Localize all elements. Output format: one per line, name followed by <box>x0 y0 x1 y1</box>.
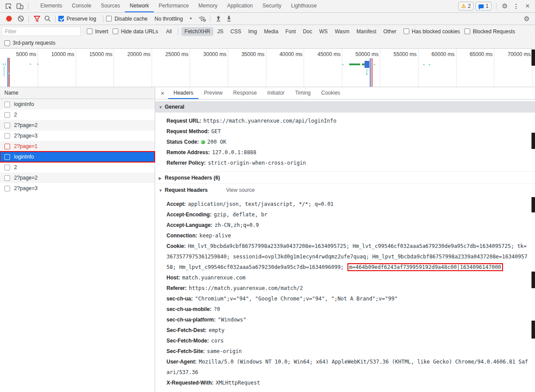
scrollbar-mark[interactable] <box>531 133 535 149</box>
request-bar-green[interactable] <box>349 64 360 65</box>
type-chip-fetch-xhr[interactable]: Fetch/XHR <box>181 27 213 36</box>
record-button[interactable] <box>6 16 12 21</box>
export-har-icon[interactable] <box>223 14 234 24</box>
blocked-requests-checkbox[interactable] <box>464 28 470 34</box>
hide-data-urls-checkbox[interactable] <box>113 28 118 34</box>
header-line: sec-ch-ua-platform:"Windows" <box>167 314 530 325</box>
tab-security[interactable]: Security <box>258 0 286 12</box>
request-checkbox[interactable] <box>4 112 10 118</box>
invert-checkbox[interactable] <box>87 28 92 34</box>
search-icon[interactable] <box>42 14 53 24</box>
general-section-header[interactable]: ▼General <box>155 101 535 113</box>
filter-funnel-icon[interactable] <box>32 14 42 24</box>
divider <box>103 15 103 22</box>
network-conditions-icon[interactable] <box>197 14 207 24</box>
tab-performance[interactable]: Performance <box>154 0 194 12</box>
throttling-select[interactable]: No throttling <box>155 16 183 22</box>
type-chip-css[interactable]: CSS <box>227 27 244 36</box>
type-chip-wasm[interactable]: Wasm <box>332 27 353 36</box>
header-key: Cookie: <box>167 243 186 249</box>
device-toolbar-icon[interactable] <box>14 0 25 12</box>
type-chip-js[interactable]: JS <box>214 27 227 36</box>
request-checkbox[interactable] <box>4 186 10 191</box>
scrollbar-mark[interactable] <box>531 321 535 339</box>
filter-input[interactable] <box>2 27 81 36</box>
request-headers-section-header[interactable]: ▼Request HeadersView source <box>155 184 535 196</box>
selected-request-block[interactable] <box>365 61 369 68</box>
tab-application[interactable]: Application <box>222 0 258 12</box>
message-count: 1 <box>485 3 489 9</box>
scrollbar-mark[interactable] <box>531 197 535 212</box>
type-chip-doc[interactable]: Doc <box>300 27 315 36</box>
type-chip-other[interactable]: Other <box>380 27 400 36</box>
network-settings-gear-icon[interactable]: ⚙ <box>521 13 532 25</box>
tab-network[interactable]: Network <box>125 0 154 12</box>
tab-elements[interactable]: Elements <box>35 0 67 12</box>
general-items: Request URL:https://match.yuanrenxue.com… <box>155 113 535 171</box>
close-details-icon[interactable]: × <box>157 89 168 97</box>
domcontent-event-line <box>372 58 372 87</box>
type-chip-manifest[interactable]: Manifest <box>353 27 379 36</box>
tab-lighthouse[interactable]: Lighthouse <box>286 0 322 12</box>
import-har-icon[interactable] <box>213 14 223 24</box>
response-headers-section-header[interactable]: ▶Response Headers (6) <box>155 171 535 184</box>
request-row[interactable]: 2 <box>0 109 155 120</box>
request-checkbox[interactable] <box>4 144 10 149</box>
request-checkbox[interactable] <box>4 154 10 160</box>
request-row[interactable]: 2?page=3 <box>0 131 155 141</box>
close-devtools-icon[interactable]: × <box>522 0 533 12</box>
type-chip-media[interactable]: Media <box>261 27 281 36</box>
network-filter-bar: Invert Hide data URLs All Fetch/XHR JS C… <box>0 25 535 38</box>
headers-content: ▼General Request URL:https://match.yuanr… <box>155 99 535 391</box>
details-tab-timing[interactable]: Timing <box>290 87 316 99</box>
scrollbar-mark[interactable] <box>531 272 535 288</box>
details-tab-headers[interactable]: Headers <box>168 87 198 99</box>
header-key: Request URL: <box>167 118 201 124</box>
request-row[interactable]: loginInfo <box>0 99 155 109</box>
request-row[interactable]: 2?page=3 <box>0 183 155 194</box>
header-key: Connection: <box>167 233 197 239</box>
header-line: sec-ch-ua-mobile:?0 <box>167 304 530 314</box>
request-checkbox[interactable] <box>4 165 10 170</box>
request-checkbox[interactable] <box>4 175 10 181</box>
details-tab-initiator[interactable]: Initiator <box>262 87 290 99</box>
request-row[interactable]: 2 <box>0 162 155 173</box>
blocked-requests-label: Blocked Requests <box>473 28 515 35</box>
chevron-down-icon[interactable]: ▼ <box>189 17 192 21</box>
request-dot <box>429 64 430 65</box>
settings-gear-icon[interactable]: ⚙ <box>499 0 510 12</box>
details-tab-preview[interactable]: Preview <box>198 87 228 99</box>
type-chip-img[interactable]: Img <box>245 27 260 36</box>
kebab-menu-icon[interactable]: ⋮ <box>510 0 522 12</box>
type-chip-font[interactable]: Font <box>282 27 299 36</box>
warnings-badge[interactable]: ⚠ 2 <box>458 2 474 11</box>
view-source-button[interactable]: View source <box>226 187 255 193</box>
preserve-log-checkbox[interactable] <box>58 16 64 21</box>
request-row-failed[interactable]: 2?page=1 <box>0 141 155 152</box>
inspect-element-icon[interactable] <box>3 0 14 12</box>
request-dot <box>366 74 367 75</box>
network-overview-timeline[interactable]: 5000 ms 10000 ms 15000 ms 20000 ms 25000… <box>0 49 535 87</box>
request-checkbox[interactable] <box>4 102 10 107</box>
messages-badge[interactable]: 1 <box>475 2 492 11</box>
request-checkbox[interactable] <box>4 133 10 139</box>
type-chip-all[interactable]: All <box>163 27 175 36</box>
header-key: sec-ch-ua: <box>167 296 193 302</box>
third-party-checkbox[interactable] <box>4 40 10 46</box>
tab-console[interactable]: Console <box>67 0 96 12</box>
request-name: 2?page=3 <box>14 185 38 191</box>
type-chip-ws[interactable]: WS <box>316 27 331 36</box>
details-tab-response[interactable]: Response <box>228 87 262 99</box>
name-column-header[interactable]: Name <box>0 87 155 99</box>
scrollbar-mark[interactable] <box>531 49 535 66</box>
disable-cache-checkbox[interactable] <box>106 16 112 21</box>
has-blocked-cookies-checkbox[interactable] <box>404 28 409 34</box>
tab-sources[interactable]: Sources <box>96 0 125 12</box>
request-checkbox[interactable] <box>4 123 10 128</box>
request-row-selected[interactable]: loginInfo <box>0 152 155 162</box>
details-tab-cookies[interactable]: Cookies <box>316 87 345 99</box>
clear-icon[interactable] <box>15 14 26 24</box>
tab-memory[interactable]: Memory <box>194 0 222 12</box>
request-row[interactable]: 2?page=2 <box>0 120 155 131</box>
request-row[interactable]: 2?page=2 <box>0 173 155 183</box>
